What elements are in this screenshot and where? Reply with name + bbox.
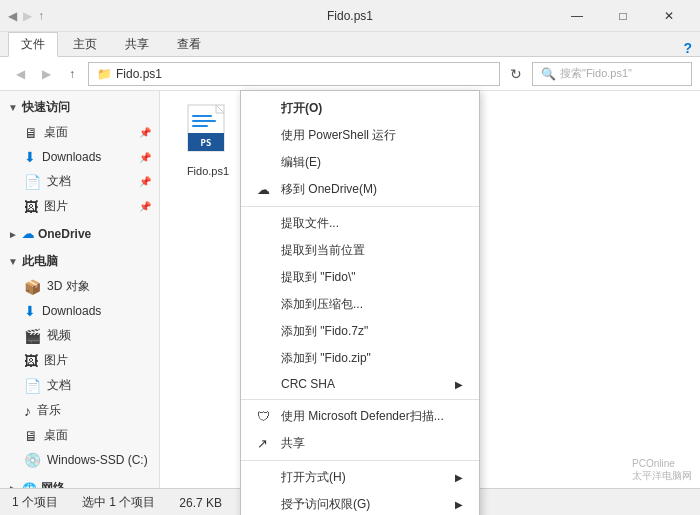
pin-icon-3: 📌: [139, 176, 151, 187]
file-name: Fido.ps1: [187, 165, 229, 177]
onedrive-header[interactable]: ► ☁ OneDrive: [0, 223, 159, 245]
minimize-button[interactable]: ―: [554, 0, 600, 32]
pin-icon-2: 📌: [139, 152, 151, 163]
documents-icon-quick: 📄: [24, 174, 41, 190]
ctx-item-3[interactable]: ☁移到 OneDrive(M): [241, 176, 479, 203]
window-title: Fido.ps1: [327, 9, 373, 23]
ctx-item-label-1: 使用 PowerShell 运行: [281, 127, 396, 144]
forward-button[interactable]: ▶: [34, 62, 58, 86]
desktop-label: 桌面: [44, 124, 68, 141]
ctx-item-label-3: 移到 OneDrive(M): [281, 181, 377, 198]
ctx-item-icon-13: 🛡: [257, 409, 277, 424]
ctx-item-8[interactable]: 添加到压缩包...: [241, 291, 479, 318]
ctx-item-14[interactable]: ↗共享: [241, 430, 479, 457]
ctx-item-label-13: 使用 Microsoft Defender扫描...: [281, 408, 444, 425]
thispc-label: 此电脑: [22, 253, 58, 270]
documents-label-quick: 文档: [47, 173, 71, 190]
ctx-item-arrow-17: ▶: [455, 499, 463, 510]
pictures-label-quick: 图片: [44, 198, 68, 215]
ctx-item-arrow-11: ▶: [455, 379, 463, 390]
forward-icon: ▶: [23, 9, 32, 23]
thispc-header[interactable]: ▼ 此电脑: [0, 249, 159, 274]
sidebar-item-downloads-quick[interactable]: ⬇ Downloads 📌: [0, 145, 159, 169]
tab-home[interactable]: 主页: [60, 32, 110, 56]
ctx-item-6[interactable]: 提取到当前位置: [241, 237, 479, 264]
ctx-item-0[interactable]: 打开(O): [241, 95, 479, 122]
music-label: 音乐: [37, 402, 61, 419]
address-path[interactable]: 📁 Fido.ps1: [88, 62, 500, 86]
sidebar-item-documents-quick[interactable]: 📄 文档 📌: [0, 169, 159, 194]
tab-share[interactable]: 共享: [112, 32, 162, 56]
ctx-item-17[interactable]: 授予访问权限(G)▶: [241, 491, 479, 515]
network-arrow: ►: [8, 483, 18, 488]
ps1-file-icon: PS: [184, 103, 232, 163]
network-icon: 🌐: [22, 482, 37, 489]
address-bar: ◀ ▶ ↑ 📁 Fido.ps1 ↻ 🔍 搜索"Fido.ps1": [0, 57, 700, 91]
watermark: PCOnline太平洋电脑网: [632, 458, 692, 483]
ctx-separator-12: [241, 399, 479, 400]
up-button[interactable]: ↑: [60, 62, 84, 86]
pin-icon: 📌: [139, 127, 151, 138]
ctx-item-label-14: 共享: [281, 435, 305, 452]
sidebar-item-documents[interactable]: 📄 文档: [0, 373, 159, 398]
refresh-button[interactable]: ↻: [504, 62, 528, 86]
music-icon: ♪: [24, 403, 31, 419]
file-item-fido[interactable]: PS Fido.ps1: [168, 99, 248, 181]
ctx-item-label-17: 授予访问权限(G): [281, 496, 370, 513]
pin-icon-4: 📌: [139, 201, 151, 212]
back-button[interactable]: ◀: [8, 62, 32, 86]
quick-access-label: 快速访问: [22, 99, 70, 116]
pictures-icon: 🖼: [24, 353, 38, 369]
close-button[interactable]: ✕: [646, 0, 692, 32]
thispc-group: ▼ 此电脑 📦 3D 对象 ⬇ Downloads 🎬 视频 🖼 图片 📄: [0, 249, 159, 472]
onedrive-label: OneDrive: [38, 227, 91, 241]
ctx-item-label-5: 提取文件...: [281, 215, 339, 232]
sidebar: ▼ 快速访问 🖥 桌面 📌 ⬇ Downloads 📌 📄 文档 📌 🖼 图片: [0, 91, 160, 488]
ctx-item-10[interactable]: 添加到 "Fido.zip": [241, 345, 479, 372]
ctx-item-13[interactable]: 🛡使用 Microsoft Defender扫描...: [241, 403, 479, 430]
3dobjects-label: 3D 对象: [47, 278, 90, 295]
search-icon: 🔍: [541, 67, 556, 81]
thispc-arrow: ▼: [8, 256, 18, 267]
ctx-item-9[interactable]: 添加到 "Fido.7z": [241, 318, 479, 345]
maximize-button[interactable]: □: [600, 0, 646, 32]
ctx-item-1[interactable]: 使用 PowerShell 运行: [241, 122, 479, 149]
network-label: 网络: [41, 480, 65, 488]
ctx-item-2[interactable]: 编辑(E): [241, 149, 479, 176]
ctx-item-11[interactable]: CRC SHA▶: [241, 372, 479, 396]
network-header[interactable]: ► 🌐 网络: [0, 476, 159, 488]
title-nav-buttons: ◀ ▶ ↑: [8, 9, 44, 23]
onedrive-arrow: ►: [8, 229, 18, 240]
sidebar-item-3dobjects[interactable]: 📦 3D 对象: [0, 274, 159, 299]
ctx-item-5[interactable]: 提取文件...: [241, 210, 479, 237]
up-icon: ↑: [38, 9, 44, 23]
search-box[interactable]: 🔍 搜索"Fido.ps1": [532, 62, 692, 86]
ctx-item-7[interactable]: 提取到 "Fido\": [241, 264, 479, 291]
sidebar-item-desktop[interactable]: 🖥 桌面 📌: [0, 120, 159, 145]
tab-file[interactable]: 文件: [8, 32, 58, 57]
quick-access-group: ▼ 快速访问 🖥 桌面 📌 ⬇ Downloads 📌 📄 文档 📌 🖼 图片: [0, 95, 159, 219]
ctx-item-16[interactable]: 打开方式(H)▶: [241, 464, 479, 491]
desktop-pc-label: 桌面: [44, 427, 68, 444]
sidebar-item-windows-ssd[interactable]: 💿 Windows-SSD (C:): [0, 448, 159, 472]
ctx-item-label-2: 编辑(E): [281, 154, 321, 171]
sidebar-item-pictures-quick[interactable]: 🖼 图片 📌: [0, 194, 159, 219]
sidebar-item-music[interactable]: ♪ 音乐: [0, 398, 159, 423]
sidebar-item-downloads[interactable]: ⬇ Downloads: [0, 299, 159, 323]
ctx-item-label-10: 添加到 "Fido.zip": [281, 350, 371, 367]
addr-nav-buttons: ◀ ▶ ↑: [8, 62, 84, 86]
svg-rect-7: [192, 125, 208, 127]
downloads-label-quick: Downloads: [42, 150, 101, 164]
help-icon[interactable]: ?: [683, 40, 692, 56]
quick-access-header[interactable]: ▼ 快速访问: [0, 95, 159, 120]
ctx-separator-4: [241, 206, 479, 207]
ctx-item-icon-14: ↗: [257, 436, 277, 451]
tab-view[interactable]: 查看: [164, 32, 214, 56]
ctx-item-label-7: 提取到 "Fido\": [281, 269, 356, 286]
status-count: 1 个项目: [12, 494, 58, 511]
sidebar-item-pictures[interactable]: 🖼 图片: [0, 348, 159, 373]
ctx-item-label-6: 提取到当前位置: [281, 242, 365, 259]
downloads-icon-quick: ⬇: [24, 149, 36, 165]
sidebar-item-videos[interactable]: 🎬 视频: [0, 323, 159, 348]
sidebar-item-desktop-pc[interactable]: 🖥 桌面: [0, 423, 159, 448]
